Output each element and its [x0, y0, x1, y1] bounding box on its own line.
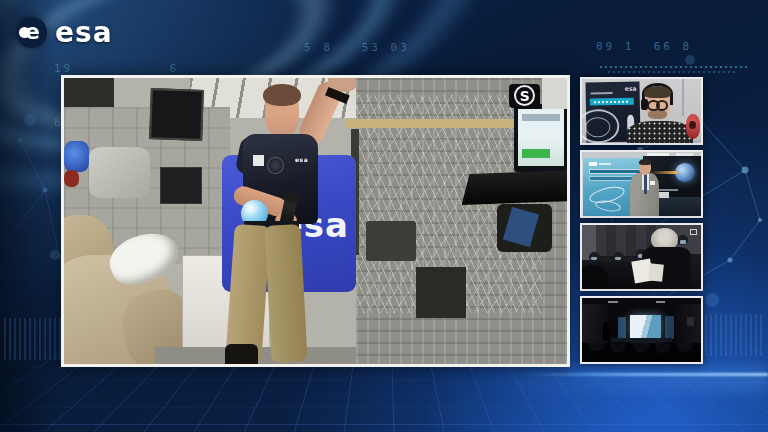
- esa-logo-disc-icon: e: [16, 17, 47, 48]
- skype-badge: S: [509, 84, 540, 108]
- iss-rack-module: [416, 267, 466, 318]
- thumbnail-remote-guest-video[interactable]: esa: [580, 77, 703, 145]
- iss-blue-equipment: [64, 141, 89, 172]
- iss-interior-scene: esa esa S: [64, 78, 567, 364]
- poster-cyan-title-strip: [590, 97, 634, 105]
- red-plush-mascot: [686, 114, 700, 138]
- equalizer-bars-right: [700, 314, 762, 356]
- iss-display-screen: [149, 89, 204, 142]
- iss-laptop: [514, 104, 567, 173]
- iss-display-screen: [160, 167, 203, 204]
- wall-corner-line: [682, 79, 684, 116]
- esa-livestream-screen: 19 6 8 08 95 55 5 8 53 03 6 96 1 95 3 53…: [0, 0, 768, 432]
- poster-text-line: [590, 92, 613, 94]
- skype-s-icon: S: [520, 88, 530, 104]
- thumbnail-auditorium-video[interactable]: [580, 296, 703, 364]
- audience-member-masked: [613, 252, 624, 262]
- iss-black-table: [462, 170, 567, 205]
- earth-globe-graphic: [675, 163, 695, 182]
- stage-side-banner: [618, 317, 626, 339]
- main-video-feed-astronaut[interactable]: esa esa S: [61, 75, 570, 367]
- iss-red-equipment: [64, 170, 79, 187]
- equalizer-bars-left: [4, 318, 64, 360]
- stage-edge: [611, 338, 673, 342]
- presenter-name-badge: [650, 181, 655, 185]
- esa-logo: e esa: [16, 16, 113, 49]
- dotted-data-row: [608, 71, 736, 73]
- poster-orbit-graphic: [585, 116, 610, 137]
- presenter-head: [639, 160, 651, 175]
- esa-logo-text: esa: [55, 16, 113, 49]
- papers-in-hand: [648, 263, 664, 282]
- speaker-silhouette: [603, 322, 609, 339]
- thumbnail-audience-video[interactable]: [580, 223, 703, 291]
- light-streak-band: [468, 366, 768, 392]
- presenter-tie: [644, 174, 647, 193]
- astronaut-flag-patch: [253, 155, 264, 165]
- iss-laptop-screen: [518, 109, 563, 167]
- astronaut-right-leg: [265, 224, 308, 363]
- camera-overlay-icon: [690, 229, 697, 235]
- dotted-data-row: [600, 66, 750, 68]
- projection-screen: [630, 315, 661, 339]
- guest-glasses: [647, 100, 668, 107]
- light-streak-line: [518, 373, 768, 376]
- audience-silhouettes: [582, 343, 701, 362]
- foreground-silhouette: [580, 265, 608, 291]
- audience-member-masked: [589, 252, 600, 262]
- left-edge-shadow: [0, 0, 58, 432]
- iss-rack-module: [366, 221, 416, 261]
- thumbnail-presenter-video[interactable]: [580, 150, 703, 218]
- esa-logo-letter: e: [25, 19, 40, 44]
- astronaut-mission-patch: [267, 157, 284, 175]
- stage-side-banner: [665, 316, 673, 339]
- wall-speaker: [687, 317, 694, 326]
- iss-white-panel: [542, 78, 567, 109]
- ceiling-light: [608, 301, 618, 303]
- astronaut-foot: [225, 344, 258, 364]
- iss-storage-pouch: [89, 147, 149, 198]
- ceiling-light: [656, 301, 666, 303]
- poster-esa-logo: esa: [624, 84, 636, 91]
- astronaut-head: [265, 88, 299, 137]
- headphones-earcup: [641, 99, 648, 109]
- astronaut-esa-chest-logo: esa: [290, 154, 313, 165]
- guest-patterned-sweater: [627, 121, 692, 145]
